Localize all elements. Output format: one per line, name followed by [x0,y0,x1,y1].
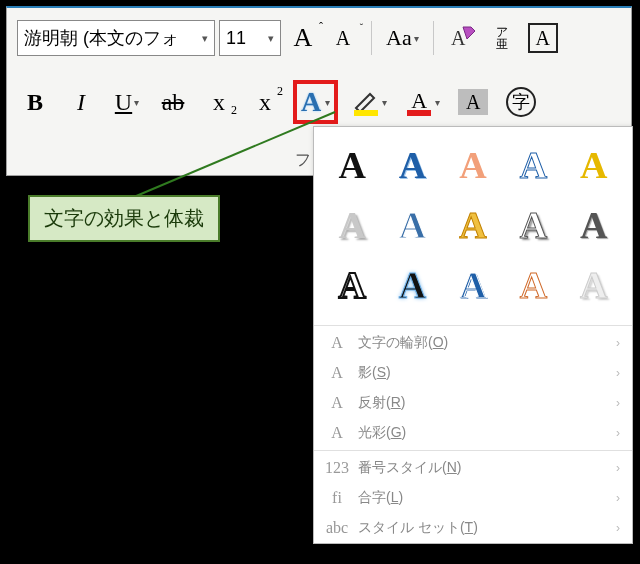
eraser-a-icon: A [449,25,475,51]
shrink-caret-icon: ˇ [360,22,363,33]
strikethrough-button[interactable]: ab [155,84,191,120]
underline-button[interactable]: U ▾ [109,84,145,120]
chevron-down-icon: ▾ [325,97,330,108]
item-label: 番号スタイル(N) [358,459,461,477]
preset-style-15[interactable]: A [566,257,622,313]
preset-style-5[interactable]: A [566,137,622,193]
preset-style-11[interactable]: A [324,257,380,313]
item-icon: A [326,334,348,352]
preset-style-2[interactable]: A [384,137,440,193]
item-icon: 123 [326,459,348,477]
grow-caret-icon: ˆ [319,20,323,35]
font-size-value: 11 [226,28,246,49]
clear-formatting-button[interactable]: A [444,20,480,56]
ribbon-row-2: B I U ▾ ab x2 x2 A ▾ ▾ A ▾ [17,78,621,126]
preset-style-9[interactable]: A [505,197,561,253]
highlight-color-button[interactable]: ▾ [348,84,391,120]
dropdown-item[interactable]: A影(S)› [314,358,632,388]
preset-style-12[interactable]: A [384,257,440,313]
font-name-combobox[interactable]: 游明朝 (本文のフォ ▾ [17,20,215,56]
chevron-right-icon: › [616,491,620,505]
character-border-button[interactable]: A [524,20,562,56]
chevron-down-icon: ▾ [202,32,208,45]
item-label: 反射(R) [358,394,405,412]
chevron-right-icon: › [616,521,620,535]
enclose-icon: 字 [506,87,536,117]
separator [314,325,632,326]
separator [314,450,632,451]
item-icon: fi [326,489,348,507]
item-icon: A [326,394,348,412]
chevron-down-icon: ▾ [382,97,387,108]
preset-style-1[interactable]: A [324,137,380,193]
change-case-button[interactable]: Aa ▾ [382,20,423,56]
font-name-value: 游明朝 (本文のフォ [24,26,179,50]
preset-style-4[interactable]: A [505,137,561,193]
preset-style-8[interactable]: A [445,197,501,253]
dropdown-item[interactable]: A光彩(G)› [314,418,632,448]
ribbon-row-1: 游明朝 (本文のフォ ▾ 11 ▾ Aˆ Aˇ Aa ▾ A ア 亜 A [17,18,621,58]
item-icon: abc [326,519,348,537]
text-effects-button[interactable]: A ▾ [293,80,338,124]
chevron-down-icon: ▾ [134,97,139,108]
font-color-icon: A [405,88,433,116]
separator [433,21,434,55]
chevron-down-icon: ▾ [268,32,274,45]
preset-style-7[interactable]: A [384,197,440,253]
dropdown-item[interactable]: abcスタイル セット(T)› [314,513,632,543]
preset-grid: AAAAAAAAAAAAAAA [314,127,632,323]
preset-style-3[interactable]: A [445,137,501,193]
preset-style-10[interactable]: A [566,197,622,253]
callout-label: 文字の効果と体裁 [28,195,220,242]
chevron-down-icon: ▾ [414,33,419,44]
underline-icon: U [115,89,132,116]
item-label: 文字の輪郭(O) [358,334,448,352]
change-case-label: Aa [386,25,412,51]
subscript-button[interactable]: x2 [201,84,237,120]
chevron-right-icon: › [616,461,620,475]
ruby-label: ア 亜 [496,26,508,50]
chevron-right-icon: › [616,426,620,440]
highlighter-icon [352,88,380,116]
item-label: 光彩(G) [358,424,406,442]
dropdown-item[interactable]: fi合字(L)› [314,483,632,513]
item-icon: A [326,364,348,382]
grow-font-button[interactable]: Aˆ [285,20,321,56]
separator [371,21,372,55]
preset-style-6[interactable]: A [324,197,380,253]
charbox-icon: A [528,23,558,53]
chevron-right-icon: › [616,336,620,350]
bold-button[interactable]: B [17,84,53,120]
chevron-down-icon: ▾ [435,97,440,108]
chevron-right-icon: › [616,366,620,380]
character-shading-button[interactable]: A [454,84,492,120]
preset-style-14[interactable]: A [505,257,561,313]
text-effects-dropdown: AAAAAAAAAAAAAAA A文字の輪郭(O)›A影(S)›A反射(R)›A… [313,126,633,544]
font-color-button[interactable]: A ▾ [401,84,444,120]
item-label: 影(S) [358,364,391,382]
shrink-font-button[interactable]: Aˇ [325,20,361,56]
shading-icon: A [458,89,488,115]
phonetic-guide-button[interactable]: ア 亜 [484,20,520,56]
enclose-characters-button[interactable]: 字 [502,84,540,120]
chevron-right-icon: › [616,396,620,410]
item-label: スタイル セット(T) [358,519,478,537]
dropdown-item[interactable]: A文字の輪郭(O)› [314,328,632,358]
item-icon: A [326,424,348,442]
preset-style-13[interactable]: A [445,257,501,313]
superscript-button[interactable]: x2 [247,84,283,120]
dropdown-item[interactable]: A反射(R)› [314,388,632,418]
text-effects-icon: A [301,86,321,118]
font-size-combobox[interactable]: 11 ▾ [219,20,281,56]
italic-button[interactable]: I [63,84,99,120]
item-label: 合字(L) [358,489,403,507]
dropdown-item[interactable]: 123番号スタイル(N)› [314,453,632,483]
